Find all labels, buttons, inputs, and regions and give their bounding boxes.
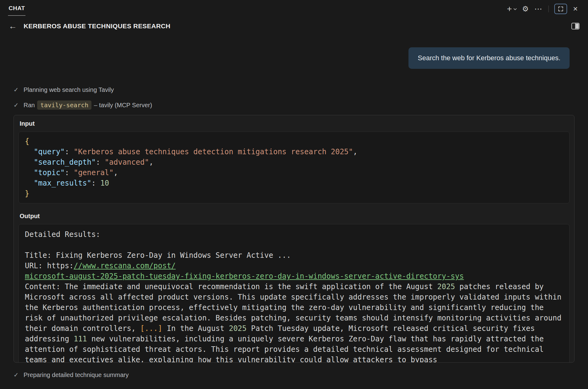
- maximize-button[interactable]: [554, 4, 567, 14]
- settings-button[interactable]: ⚙: [521, 4, 530, 14]
- step-label: Rantavily-search– tavily (MCP Server): [24, 101, 152, 109]
- tool-output-code[interactable]: Detailed Results: Title: Fixing Kerberos…: [18, 224, 570, 363]
- tool-name-chip: tavily-search: [37, 100, 91, 110]
- chat-messages[interactable]: Search the web for Kerberos abuse techni…: [0, 33, 588, 389]
- more-actions-button[interactable]: ⋯: [534, 4, 543, 14]
- output-label: Output: [20, 213, 570, 220]
- close-button[interactable]: ✕: [571, 4, 580, 14]
- step-label: Planning web search using Tavily: [24, 86, 114, 93]
- new-chat-button[interactable]: +: [507, 4, 517, 14]
- page-header: ← KERBEROS ABUSE TECHNIQUES RESEARCH: [0, 18, 588, 33]
- fullscreen-icon: [558, 6, 563, 12]
- gear-icon: ⚙: [522, 5, 529, 13]
- step-preparing-summary: ✓ Preparing detailed technique summary: [14, 371, 574, 379]
- user-message: Search the web for Kerberos abuse techni…: [408, 47, 570, 69]
- ellipsis-icon: ⋯: [534, 5, 542, 13]
- back-button[interactable]: ←: [8, 22, 17, 30]
- user-message-row: Search the web for Kerberos abuse techni…: [14, 47, 570, 69]
- topbar-actions: + ⚙ ⋯ ✕: [507, 3, 580, 14]
- page-title: KERBEROS ABUSE TECHNIQUES RESEARCH: [24, 22, 565, 30]
- split-panel-icon: [571, 22, 580, 30]
- step-ran-suffix: – tavily (MCP Server): [94, 102, 152, 108]
- toggle-secondary-panel-button[interactable]: [571, 21, 580, 31]
- tab-chat[interactable]: CHAT: [8, 3, 25, 16]
- chevron-down-icon: [513, 7, 517, 11]
- close-icon: ✕: [573, 6, 578, 12]
- chat-panel: CHAT + ⚙ ⋯ ✕ ← KERBEROS ABUSE TEC: [0, 0, 588, 389]
- step-ran-prefix: Ran: [24, 102, 35, 108]
- input-label: Input: [20, 120, 570, 127]
- step-label: Preparing detailed technique summary: [24, 371, 129, 379]
- check-icon: ✓: [14, 371, 19, 379]
- topbar: CHAT + ⚙ ⋯ ✕: [0, 0, 588, 18]
- tool-input-code[interactable]: { "query": "Kerberos abuse techniques de…: [18, 132, 570, 203]
- toolbar-divider: [548, 6, 549, 12]
- back-arrow-icon: ←: [9, 22, 17, 31]
- tool-call-card: Input { "query": "Kerberos abuse techniq…: [14, 115, 574, 363]
- check-icon: ✓: [14, 86, 19, 93]
- plus-icon: +: [507, 5, 512, 13]
- check-icon: ✓: [14, 101, 19, 109]
- step-planning: ✓ Planning web search using Tavily: [14, 86, 574, 93]
- step-ran-tool[interactable]: ✓ Rantavily-search– tavily (MCP Server): [14, 101, 574, 109]
